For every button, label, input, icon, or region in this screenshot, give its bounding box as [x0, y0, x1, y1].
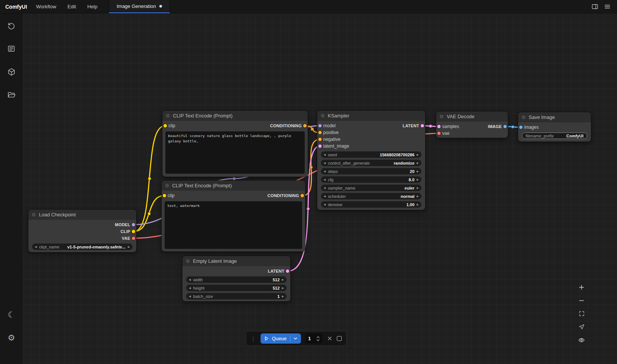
increment-arrow-icon[interactable]: ▶ — [417, 153, 419, 156]
panel-toggle-button[interactable] — [591, 3, 598, 10]
widget-sampler-name[interactable]: ◀ sampler_name euler ▶ — [321, 185, 421, 191]
output-slot-dot-conditioning[interactable] — [303, 124, 307, 128]
widget-ckpt-name[interactable]: ◀ ckpt_name v1-5-pruned-emaonly.safete..… — [32, 244, 133, 250]
collapse-dot[interactable] — [165, 184, 169, 187]
collapse-dot[interactable] — [166, 114, 170, 117]
sidebar-item-queue[interactable] — [4, 41, 19, 56]
increment-arrow-icon[interactable]: ▶ — [282, 278, 284, 281]
widget-seed[interactable]: ◀ seed 156680208700286 ▶ — [321, 151, 421, 158]
decrement-arrow-icon[interactable]: ◀ — [324, 178, 325, 181]
input-slot-dot-latent-image[interactable] — [318, 145, 322, 148]
menu-workflow[interactable]: Workflow — [36, 4, 56, 9]
increment-icon[interactable] — [316, 336, 320, 338]
node-clip-text-encode-positive[interactable]: CLIP Text Encode (Prompt) clip CONDITION… — [162, 111, 308, 177]
widget-control-after-generate[interactable]: ◀ control_after_generate randomize ▶ — [321, 160, 421, 166]
next-value-arrow-icon[interactable]: ▶ — [128, 245, 130, 248]
decrement-arrow-icon[interactable]: ◀ — [324, 153, 325, 156]
input-slot-dot-negative[interactable] — [318, 138, 322, 141]
input-slot-dot-model[interactable] — [318, 124, 322, 128]
batch-count-spinner[interactable]: 1 — [305, 333, 322, 344]
input-slot-dot-vae[interactable] — [437, 132, 441, 135]
collapse-dot[interactable] — [440, 115, 443, 118]
prev-value-arrow-icon[interactable]: ◀ — [35, 245, 37, 248]
sidebar-item-workflows[interactable] — [4, 87, 19, 102]
widget-steps[interactable]: ◀ steps 20 ▶ — [321, 168, 421, 174]
next-value-arrow-icon[interactable]: ▶ — [417, 162, 419, 165]
widget-height[interactable]: ◀ height 512 ▶ — [186, 285, 287, 291]
fit-view-button[interactable] — [576, 308, 587, 319]
node-header[interactable]: Save Image — [518, 112, 591, 122]
menu-help[interactable]: Help — [87, 4, 97, 9]
node-header[interactable]: Empty Latent Image — [182, 256, 290, 266]
sidebar-item-model-library[interactable] — [4, 64, 19, 79]
collapse-dot[interactable] — [522, 116, 525, 119]
decrement-arrow-icon[interactable]: ◀ — [324, 203, 325, 206]
node-ksampler[interactable]: KSampler model LATENT positive negative … — [317, 111, 425, 210]
node-empty-latent-image[interactable]: Empty Latent Image LATENT ◀ width 512 ▶ … — [182, 256, 290, 301]
output-slot-dot-vae[interactable] — [132, 237, 135, 240]
increment-arrow-icon[interactable]: ▶ — [417, 178, 419, 181]
main-menu-button[interactable] — [604, 3, 611, 10]
next-value-arrow-icon[interactable]: ▶ — [417, 195, 419, 198]
tab-image-generation[interactable]: Image Generation — [109, 0, 170, 13]
zoom-in-button[interactable]: + — [576, 282, 587, 292]
settings-button[interactable]: ⚙ — [4, 330, 19, 345]
node-header[interactable]: Load Checkpoint — [28, 210, 136, 220]
output-slot-dot-model[interactable] — [132, 223, 135, 227]
decrement-arrow-icon[interactable]: ◀ — [189, 295, 191, 298]
node-save-image[interactable]: Save Image images filename_prefix ComfyU… — [518, 112, 591, 142]
widget-batch-size[interactable]: ◀ batch_size 1 ▶ — [186, 293, 287, 299]
output-slot-dot-clip[interactable] — [132, 230, 135, 233]
decrement-arrow-icon[interactable]: ◀ — [324, 170, 325, 173]
decrement-icon[interactable] — [316, 339, 320, 341]
increment-arrow-icon[interactable]: ▶ — [282, 287, 284, 290]
output-slot-dot-latent[interactable] — [286, 270, 289, 273]
sidebar-item-history[interactable] — [4, 18, 19, 33]
decrement-arrow-icon[interactable]: ◀ — [189, 278, 191, 281]
widget-cfg[interactable]: ◀ cfg 8.0 ▶ — [321, 176, 421, 183]
zoom-out-button[interactable]: − — [576, 295, 587, 305]
next-value-arrow-icon[interactable]: ▶ — [417, 187, 419, 190]
node-vae-decode[interactable]: VAE Decode samples IMAGE vae — [436, 111, 508, 138]
negative-prompt-textarea[interactable]: text, watermark — [165, 201, 302, 249]
prev-value-arrow-icon[interactable]: ◀ — [324, 195, 325, 198]
collapse-dot[interactable] — [321, 114, 324, 117]
drag-handle-icon[interactable]: ⋮ — [251, 336, 256, 342]
theme-toggle-button[interactable]: ☾ — [4, 307, 19, 322]
input-slot-dot-clip[interactable] — [163, 194, 166, 197]
input-slot-dot-samples[interactable] — [437, 125, 441, 128]
prev-value-arrow-icon[interactable]: ◀ — [324, 187, 325, 190]
prev-value-arrow-icon[interactable]: ◀ — [324, 162, 325, 165]
node-header[interactable]: CLIP Text Encode (Prompt) — [162, 111, 308, 121]
collapse-dot[interactable] — [32, 213, 35, 216]
chevron-down-icon[interactable] — [293, 336, 298, 341]
toggle-visibility-button[interactable] — [576, 335, 587, 345]
node-graph-canvas[interactable]: CLIP Text Encode (Prompt) clip CONDITION… — [23, 14, 617, 364]
output-slot-dot-conditioning[interactable] — [301, 194, 304, 197]
node-clip-text-encode-negative[interactable]: CLIP Text Encode (Prompt) clip CONDITION… — [162, 180, 305, 251]
input-slot-dot-clip[interactable] — [164, 124, 167, 128]
positive-prompt-textarea[interactable]: beautiful scenery nature glass bottle la… — [165, 131, 305, 174]
widget-filename-prefix[interactable]: filename_prefix ComfyUI — [522, 133, 587, 139]
output-slot-dot-latent[interactable] — [421, 124, 424, 128]
increment-arrow-icon[interactable]: ▶ — [417, 203, 419, 206]
stop-button[interactable] — [337, 336, 342, 341]
node-header[interactable]: CLIP Text Encode (Prompt) — [162, 180, 305, 191]
select-mode-button[interactable] — [576, 322, 587, 332]
increment-arrow-icon[interactable]: ▶ — [417, 170, 419, 173]
input-slot-dot-images[interactable] — [519, 126, 523, 129]
increment-arrow-icon[interactable]: ▶ — [282, 295, 284, 298]
input-slot-dot-positive[interactable] — [318, 131, 322, 134]
output-slot-dot-image[interactable] — [503, 125, 507, 128]
widget-width[interactable]: ◀ width 512 ▶ — [186, 276, 287, 283]
node-header[interactable]: VAE Decode — [436, 111, 508, 122]
menu-edit[interactable]: Edit — [68, 4, 76, 9]
collapse-dot[interactable] — [186, 259, 190, 263]
widget-scheduler[interactable]: ◀ scheduler normal ▶ — [321, 193, 421, 199]
node-header[interactable]: KSampler — [317, 111, 425, 121]
widget-denoise[interactable]: ◀ denoise 1.00 ▶ — [321, 201, 421, 208]
node-load-checkpoint[interactable]: Load Checkpoint MODEL CLIP VAE ◀ ckpt_na… — [28, 210, 136, 252]
queue-button[interactable]: Queue — [261, 333, 301, 344]
clear-queue-button[interactable]: × — [327, 335, 332, 342]
decrement-arrow-icon[interactable]: ◀ — [189, 287, 191, 290]
